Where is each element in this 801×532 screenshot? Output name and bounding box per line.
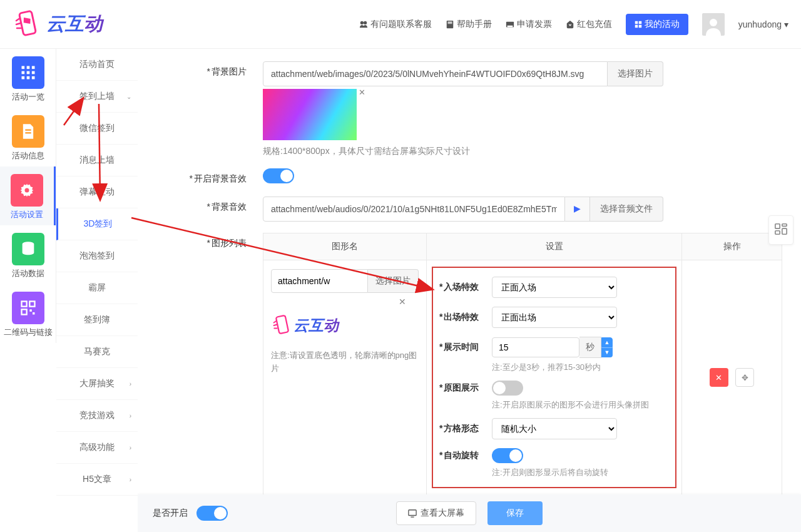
logo-icon — [13, 9, 43, 39]
svg-rect-8 — [635, 21, 638, 24]
svg-point-2 — [364, 21, 367, 24]
link-help[interactable]: 帮助手册 — [446, 19, 492, 30]
logo-text-1: 云互 — [46, 11, 84, 37]
link-contact[interactable]: 有问题联系客服 — [359, 19, 432, 30]
link-invoice[interactable]: 申请发票 — [506, 19, 552, 30]
svg-rect-11 — [638, 24, 641, 28]
caret-down-icon: ▾ — [784, 19, 788, 29]
svg-rect-4 — [447, 21, 452, 23]
svg-point-1 — [360, 21, 363, 24]
link-recharge[interactable]: 红包充值 — [566, 19, 612, 30]
logo-text-2: 动 — [84, 11, 103, 37]
svg-rect-5 — [447, 23, 452, 24]
user-dropdown[interactable]: yunhudong ▾ — [738, 19, 788, 29]
btn-my-activity[interactable]: 我的活动 — [626, 14, 688, 35]
header-nav: 有问题联系客服 帮助手册 申请发票 红包充值 我的活动 yunhudong ▾ — [359, 13, 788, 36]
svg-rect-9 — [638, 21, 641, 24]
avatar[interactable] — [702, 13, 725, 36]
logo: 云互动 — [13, 9, 103, 39]
svg-rect-10 — [635, 24, 638, 28]
svg-point-12 — [710, 19, 717, 26]
svg-rect-7 — [507, 25, 513, 27]
top-header: 云互动 有问题联系客服 帮助手册 申请发票 红包充值 我的活动 yunhudon… — [0, 0, 801, 49]
